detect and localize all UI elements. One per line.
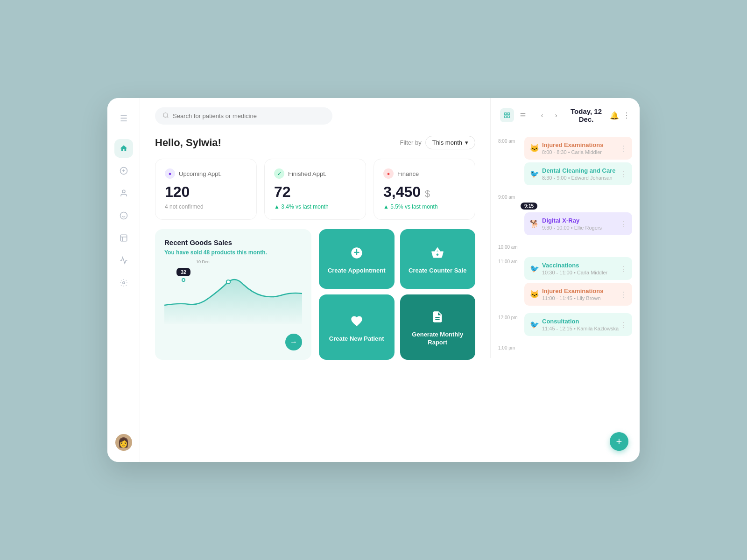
search-input[interactable] — [173, 112, 325, 119]
action-create-counter-sale[interactable]: Create Counter Sale — [400, 229, 476, 289]
time-events-10am — [524, 243, 632, 250]
event-time-injured-2: 11:00 - 11:45 • Lily Brown — [542, 295, 603, 301]
event-more-vaccinations-icon[interactable]: ⋮ — [620, 264, 627, 273]
filter-row: Filter by This month ▾ — [400, 136, 475, 149]
cal-view-toggle — [500, 108, 530, 122]
stat-value-upcoming: 120 — [165, 183, 247, 201]
calendar-body: 8:00 am 🐱 Injured Examinations 8:00 - 8:… — [491, 129, 640, 358]
sidebar-menu-icon[interactable]: ☰ — [114, 109, 133, 128]
cal-date-title: Today, 12 Dec. — [566, 107, 606, 123]
sidebar-item-records[interactable] — [114, 229, 133, 247]
filter-button[interactable]: This month ▾ — [425, 136, 475, 149]
svg-point-12 — [226, 280, 230, 284]
event-more-dental-icon[interactable]: ⋮ — [620, 169, 627, 178]
event-digital-xray[interactable]: 🐕 Digital X-Ray 9:30 - 10:00 • Ellie Rog… — [524, 212, 632, 235]
svg-line-11 — [167, 117, 169, 118]
chart-value-label: 32 — [176, 268, 190, 276]
cal-prev-btn[interactable]: ‹ — [536, 109, 549, 122]
time-block-8am: 8:00 am 🐱 Injured Examinations 8:00 - 8:… — [491, 135, 640, 187]
event-consultation[interactable]: 🐦 Consultation 11:45 - 12:15 • Kamila Ka… — [524, 313, 632, 336]
event-title: Injured Examinations — [542, 141, 603, 148]
cal-next-btn[interactable]: › — [550, 109, 563, 122]
sidebar-item-settings[interactable] — [114, 273, 133, 292]
event-title-dental: Dental Cleaning and Care — [542, 167, 615, 174]
cal-grid-view-btn[interactable] — [500, 108, 514, 122]
time-label-1pm: 1:00 pm — [498, 343, 521, 350]
time-marker-badge: 9:15 — [521, 203, 537, 210]
actions-grid: Create Appointment Create Counter Sale C… — [319, 229, 475, 360]
action-generate-report[interactable]: Generate Monthly Raport — [400, 294, 476, 360]
stat-sub-finished: ▲ 3.4% vs last month — [274, 203, 356, 210]
time-block-9am: 9:00 am — [491, 191, 640, 202]
finished-icon: ✓ — [274, 168, 284, 179]
sales-chart: 10 Dec 32 — [164, 263, 302, 329]
sidebar-item-patients[interactable] — [114, 184, 133, 203]
cal-list-view-btn[interactable] — [516, 108, 530, 122]
search-bar[interactable] — [155, 107, 332, 125]
time-label-11am: 11:00 am — [498, 257, 521, 306]
sidebar-item-reports[interactable] — [114, 251, 133, 270]
time-events-11am: 🐦 Vaccinations 10:30 - 11:00 • Carla Mid… — [524, 257, 632, 306]
cal-more-icon[interactable]: ⋮ — [623, 111, 630, 120]
svg-rect-14 — [507, 113, 509, 115]
event-more-xray-icon[interactable]: ⋮ — [620, 219, 627, 228]
sidebar-item-home[interactable] — [114, 139, 133, 158]
event-title-consultation: Consultation — [542, 318, 619, 325]
event-time: 8:00 - 8:30 • Carla Middler — [542, 149, 603, 155]
time-events-xray: 🐕 Digital X-Ray 9:30 - 10:00 • Ellie Rog… — [524, 212, 632, 235]
finance-icon: ● — [383, 168, 394, 179]
stat-label-upcoming: ● Upcoming Appt. — [165, 168, 247, 179]
top-bar — [140, 98, 490, 125]
time-label-xray — [498, 212, 521, 235]
stat-label-finished: ✓ Finished Appt. — [274, 168, 356, 179]
event-vaccinations[interactable]: 🐦 Vaccinations 10:30 - 11:00 • Carla Mid… — [524, 257, 632, 280]
action-create-patient[interactable]: Create New Patient — [319, 294, 395, 360]
svg-point-10 — [163, 113, 168, 117]
cal-nav: ‹ › — [536, 109, 563, 122]
user-avatar[interactable]: 👩 — [115, 434, 132, 451]
calendar-panel: ‹ › Today, 12 Dec. 🔔 ⋮ 8:00 am 🐱 — [490, 98, 640, 358]
sidebar-item-add[interactable] — [114, 161, 133, 180]
upcoming-icon: ● — [165, 168, 175, 179]
time-block-1pm: 1:00 pm — [491, 342, 640, 352]
sales-highlight: 48 products — [204, 249, 235, 256]
svg-point-3 — [122, 190, 125, 193]
time-events-8am: 🐱 Injured Examinations 8:00 - 8:30 • Car… — [524, 137, 632, 185]
dashboard-body: Hello, Sylwia! Filter by This month ▾ ● … — [140, 125, 490, 462]
action-label-report: Generate Monthly Raport — [408, 331, 468, 347]
event-title-vaccinations: Vaccinations — [542, 262, 607, 269]
event-title-xray: Digital X-Ray — [542, 217, 602, 224]
event-dental-cleaning[interactable]: 🐦 Dental Cleaning and Care 8:30 - 9:00 •… — [524, 162, 632, 185]
sidebar: ☰ 👩 — [107, 98, 140, 462]
appointment-icon — [347, 244, 366, 262]
event-title-injured-2: Injured Examinations — [542, 287, 603, 294]
event-time-vaccinations: 10:30 - 11:00 • Carla Middler — [542, 270, 607, 275]
stat-label-finance: ● Finance — [383, 168, 465, 179]
event-time-consultation: 11:45 - 12:15 • Kamila Kazlowska — [542, 326, 619, 331]
time-label-10am: 10:00 am — [498, 243, 521, 250]
event-injured-examinations-2[interactable]: 🐱 Injured Examinations 11:00 - 11:45 • L… — [524, 283, 632, 306]
finance-currency: $ — [425, 189, 430, 199]
stats-row: ● Upcoming Appt. 120 4 not confirmed ✓ F… — [155, 159, 475, 220]
time-marker-line — [541, 206, 632, 206]
chevron-down-icon: ▾ — [465, 139, 468, 146]
time-events-12pm: 🐦 Consultation 11:45 - 12:15 • Kamila Ka… — [524, 313, 632, 336]
time-label-8am: 8:00 am — [498, 137, 521, 185]
bell-icon[interactable]: 🔔 — [610, 111, 619, 120]
sales-arrow-btn[interactable]: → — [285, 334, 302, 350]
event-more-injured-2-icon[interactable]: ⋮ — [620, 290, 627, 299]
sales-sub: You have sold 48 products this month. — [164, 249, 302, 256]
fab-add-button[interactable]: + — [610, 432, 628, 451]
time-label-12pm: 12:00 pm — [498, 313, 521, 336]
event-injured-examinations-1[interactable]: 🐱 Injured Examinations 8:00 - 8:30 • Car… — [524, 137, 632, 160]
event-more-consultation-icon[interactable]: ⋮ — [620, 320, 627, 329]
greeting-row: Hello, Sylwia! Filter by This month ▾ — [155, 136, 475, 149]
new-patient-icon — [347, 312, 366, 330]
stat-card-finance: ● Finance 3,450 $ ▲ 5.5% vs last month — [374, 159, 475, 220]
action-create-appointment[interactable]: Create Appointment — [319, 229, 395, 289]
event-more-icon[interactable]: ⋮ — [620, 144, 627, 153]
right-panel: ‹ › Today, 12 Dec. 🔔 ⋮ 8:00 am 🐱 — [490, 98, 640, 462]
generate-report-icon — [428, 308, 447, 326]
time-events-1pm — [524, 343, 632, 350]
sidebar-item-pets[interactable] — [114, 206, 133, 225]
